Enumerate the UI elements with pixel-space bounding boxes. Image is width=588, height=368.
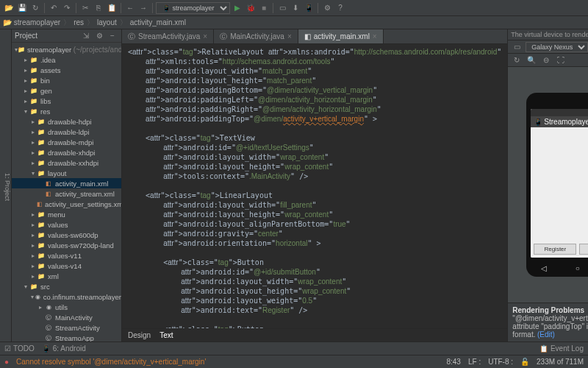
expand-arrow-icon[interactable]: ▸ (29, 211, 37, 218)
expand-arrow-icon[interactable]: ▸ (29, 242, 37, 249)
expand-arrow-icon[interactable]: ▸ (22, 67, 29, 74)
text-tab[interactable]: Text (159, 331, 173, 339)
collapse-icon[interactable]: ⇲ (80, 30, 92, 42)
tree-item[interactable]: ▸ 📁 libs (12, 96, 121, 106)
tree-item[interactable]: Ⓒ MainActivity (12, 312, 121, 322)
help-icon[interactable]: ? (334, 2, 346, 14)
expand-arrow-icon[interactable]: ▸ (29, 273, 37, 280)
tree-item[interactable]: ▸ 📁 drawable-mdpi (12, 137, 121, 147)
tree-item[interactable]: ▸ 📁 values-v11 (12, 250, 121, 261)
editor-tab[interactable]: Ⓒ MainActivity.java × (214, 29, 298, 43)
edit-link[interactable]: (Edit) (537, 330, 555, 339)
expand-arrow-icon[interactable]: ▸ (29, 222, 37, 228)
debug-icon[interactable]: 🐞 (245, 2, 257, 14)
tree-item[interactable]: Ⓒ StreamoApp (12, 333, 121, 342)
design-tab[interactable]: Design (128, 331, 151, 339)
expand-arrow-icon[interactable]: ▸ (29, 149, 37, 156)
settings-icon[interactable]: ⚙ (321, 2, 333, 14)
encoding[interactable]: UTF-8 : (488, 358, 513, 366)
expand-arrow-icon[interactable]: ▸ (29, 232, 37, 238)
stream-button[interactable]: Stream (579, 244, 588, 255)
device-select[interactable]: Galaxy Nexus (526, 42, 588, 52)
close-icon[interactable]: × (203, 32, 207, 40)
expand-arrow-icon[interactable]: ▾ (22, 283, 29, 290)
expand-arrow-icon[interactable]: ▸ (29, 252, 37, 259)
tree-item[interactable]: ▸ 📁 assets (12, 65, 121, 75)
tree-item[interactable]: ▸ 📁 bin (12, 75, 121, 85)
redo-icon[interactable]: ↷ (61, 2, 73, 14)
stop-icon[interactable]: ■ (258, 2, 270, 14)
tree-item[interactable]: ▸ 📁 values (12, 219, 121, 230)
expand-arrow-icon[interactable]: ▸ (22, 77, 29, 84)
tree-item[interactable]: ◧ activity_stream.xml (12, 188, 121, 199)
expand-arrow-icon[interactable]: ▸ (29, 139, 37, 146)
tree-item[interactable]: ▸ 📁 drawable-xxhdpi (12, 158, 121, 168)
event-log-tool[interactable]: 📋 Event Log (539, 344, 584, 353)
tree-item[interactable]: ▾ 📁 res (12, 106, 121, 116)
open-icon[interactable]: 📂 (3, 2, 15, 14)
paste-icon[interactable]: 📋 (106, 2, 118, 14)
tree-item[interactable]: ▸ 📁 values-v14 (12, 261, 121, 271)
tree-item[interactable]: ▸ 📁 .idea (12, 54, 121, 65)
zoom-in-icon[interactable]: 🔍 (526, 54, 537, 66)
lock-icon[interactable]: 🔓 (520, 358, 529, 366)
nav-back-icon[interactable]: ◁ (541, 264, 547, 272)
nav-home-icon[interactable]: ○ (576, 264, 580, 272)
tree-item[interactable]: ▾ 📁 src (12, 281, 121, 291)
tree-item[interactable]: ▸ 📁 drawable-hdpi (12, 116, 121, 127)
expand-arrow-icon[interactable]: ▸ (37, 304, 44, 311)
expand-arrow-icon[interactable]: ▾ (29, 294, 35, 300)
tree-item[interactable]: ◧ activity_main.xml (12, 178, 121, 188)
refresh-icon[interactable]: ↻ (511, 54, 523, 66)
zoom-out-icon[interactable]: ⊖ (540, 54, 552, 66)
orientation-icon[interactable]: ▭ (511, 41, 523, 53)
breadcrumb-item[interactable]: activity_main.xml (130, 18, 186, 26)
tree-item[interactable]: ▸ 📁 gen (12, 85, 121, 96)
close-icon[interactable]: × (373, 32, 377, 40)
hide-icon[interactable]: − (107, 30, 118, 42)
expand-arrow-icon[interactable]: ▸ (29, 129, 37, 135)
monitor-icon[interactable]: 📱 (303, 2, 315, 14)
editor-tab[interactable]: Ⓒ StreamActivity.java × (122, 29, 214, 43)
tree-item[interactable]: ▸ 📁 drawable-ldpi (12, 127, 121, 137)
expand-arrow-icon[interactable]: ▾ (22, 108, 29, 115)
tree-item[interactable]: ▸ 📁 values-sw720dp-land (12, 240, 121, 250)
memory-indicator[interactable]: 233M of 711M (537, 358, 584, 366)
tree-item[interactable]: ▸ 📁 drawable-xhdpi (12, 147, 121, 158)
project-tree[interactable]: ▾ 📁 streamoplayer (~/projects/android/..… (12, 43, 121, 342)
register-button[interactable]: Register (534, 244, 576, 255)
expand-arrow-icon[interactable]: ▸ (29, 118, 37, 125)
editor-tab[interactable]: ◧ activity_main.xml × (298, 29, 384, 43)
avd-icon[interactable]: ▭ (276, 2, 288, 14)
fit-icon[interactable]: ⛶ (555, 54, 567, 66)
tree-item[interactable]: ▾ 📁 streamoplayer (~/projects/android/..… (12, 44, 121, 54)
expand-arrow-icon[interactable]: ▸ (22, 88, 29, 94)
copy-icon[interactable]: ⎘ (93, 2, 104, 14)
line-sep[interactable]: LF : (468, 358, 481, 366)
close-icon[interactable]: × (287, 32, 292, 40)
todo-tool[interactable]: ☑ TODO (4, 344, 35, 353)
tree-item[interactable]: ◧ activity_user_settings.xml (12, 199, 121, 209)
tree-item[interactable]: ▸ 📁 xml (12, 271, 121, 281)
expand-arrow-icon[interactable]: ▸ (29, 160, 37, 166)
expand-arrow-icon[interactable]: ▸ (22, 98, 29, 105)
error-indicator-icon[interactable]: ● (4, 358, 9, 366)
breadcrumb-item[interactable]: layout (97, 18, 117, 26)
tree-item[interactable]: ▾ ◉ co.infinum.streamoplayer (12, 291, 121, 302)
tree-item[interactable]: Ⓒ StreamActivity (12, 322, 121, 333)
back-icon[interactable]: ← (124, 2, 136, 14)
undo-icon[interactable]: ↶ (48, 2, 60, 14)
tree-item[interactable]: ▸ 📁 values-sw600dp (12, 230, 121, 240)
tool-window-button[interactable]: 1: Project (4, 173, 11, 201)
tree-item[interactable]: ▸ ◉ utils (12, 302, 121, 312)
gear-icon[interactable]: ⚙ (93, 30, 105, 42)
tree-item[interactable]: ▸ 📁 menu (12, 209, 121, 219)
expand-arrow-icon[interactable]: ▸ (29, 263, 37, 269)
sdk-icon[interactable]: ⬇ (290, 2, 301, 14)
expand-arrow-icon[interactable]: ▾ (29, 170, 37, 177)
code-editor[interactable]: <attr">class="tag">RelativeLayout attr">… (122, 44, 507, 328)
android-tool[interactable]: 📱 6: Android (42, 344, 86, 353)
breadcrumb-item[interactable]: 📂 streamoplayer (3, 18, 60, 26)
expand-arrow-icon[interactable]: ▸ (22, 57, 29, 63)
cut-icon[interactable]: ✂ (79, 2, 91, 14)
